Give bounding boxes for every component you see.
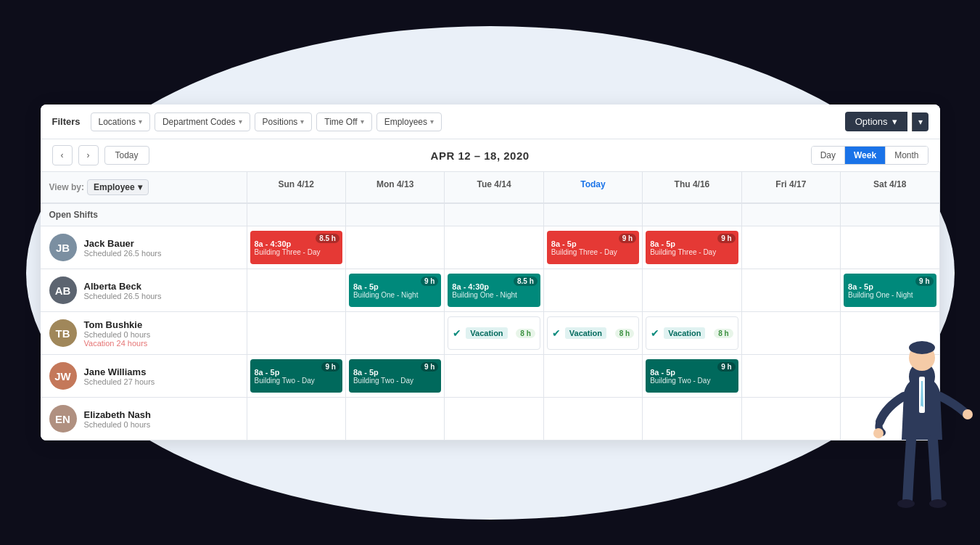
shift-cell-0-4[interactable]: 8a - 5pBuilding Three - Day9 h: [643, 226, 741, 269]
vacation-block[interactable]: ✔Vacation8 h: [547, 316, 639, 350]
filter-department-codes[interactable]: Department Codes ▾: [155, 112, 250, 131]
shift-hours-badge: 9 h: [717, 234, 735, 243]
emp-info-3: JWJane WilliamsScheduled 27 hours: [41, 355, 247, 397]
vacation-block[interactable]: ✔Vacation8 h: [448, 316, 540, 350]
filter-time-off[interactable]: Time Off ▾: [316, 112, 371, 131]
shift-block[interactable]: 8a - 5pBuilding Two - Day9 h: [349, 359, 441, 393]
shift-cell-1-2[interactable]: 8a - 4:30pBuilding One - Night8.5 h: [445, 269, 543, 311]
filter-positions[interactable]: Positions ▾: [255, 112, 313, 131]
table-row: ENElizabeth NashScheduled 0 hours: [41, 398, 940, 440]
shift-cell-1-1[interactable]: 8a - 5pBuilding One - Night9 h: [346, 269, 445, 311]
svg-point-2: [909, 341, 935, 354]
chevron-down-icon: ▾: [892, 116, 897, 127]
svg-point-8: [873, 428, 884, 438]
shift-cell-0-6[interactable]: [841, 226, 939, 269]
shift-cell-0-0[interactable]: 8a - 4:30pBuilding Three - Day8.5 h: [247, 226, 346, 269]
shift-cell-3-4[interactable]: 8a - 5pBuilding Two - Day9 h: [643, 355, 741, 397]
shift-cell-4-5[interactable]: [742, 398, 841, 440]
shift-block[interactable]: 8a - 5pBuilding One - Night9 h: [844, 274, 936, 307]
svg-point-5: [963, 409, 973, 419]
shift-cell-0-1[interactable]: [346, 226, 445, 269]
shift-cell-4-2[interactable]: [445, 398, 543, 440]
shift-cell-3-2[interactable]: [445, 355, 543, 397]
shift-cell-4-3[interactable]: [544, 398, 643, 440]
col-sun: Sun 4/12: [247, 172, 346, 202]
open-shifts-thu: [643, 204, 741, 226]
options-button[interactable]: Options ▾: [845, 112, 907, 131]
shift-block[interactable]: 8a - 5pBuilding Three - Day9 h: [547, 231, 639, 264]
shift-cell-2-2[interactable]: ✔Vacation8 h: [445, 312, 543, 354]
view-toggle: Day Week Month: [811, 146, 928, 165]
next-button[interactable]: ›: [78, 145, 99, 165]
shift-location: Building Two - Day: [255, 377, 338, 385]
shift-cell-3-0[interactable]: 8a - 5pBuilding Two - Day9 h: [247, 355, 346, 397]
table-row: JWJane WilliamsScheduled 27 hours8a - 5p…: [41, 355, 940, 398]
shift-block[interactable]: 8a - 4:30pBuilding One - Night8.5 h: [448, 274, 540, 307]
vacation-block[interactable]: ✔Vacation8 h: [646, 316, 738, 350]
shift-block[interactable]: 8a - 4:30pBuilding Three - Day8.5 h: [250, 231, 342, 264]
view-by-dropdown[interactable]: Employee ▾: [87, 179, 149, 195]
shift-block[interactable]: 8a - 5pBuilding Two - Day9 h: [250, 359, 342, 393]
vacation-hours-badge: 8 h: [516, 329, 535, 338]
emp-info-1: ABAlberta BeckScheduled 26.5 hours: [41, 269, 247, 311]
shift-block[interactable]: 8a - 5pBuilding Three - Day9 h: [646, 231, 738, 264]
shift-cell-4-4[interactable]: [643, 398, 741, 440]
nav-bar: ‹ › Today APR 12 – 18, 2020 Day Week Mon…: [41, 139, 940, 172]
shift-location: Building Two - Day: [353, 377, 437, 385]
shift-location: Building One - Night: [848, 291, 931, 299]
date-range: APR 12 – 18, 2020: [155, 149, 805, 162]
shift-cell-0-5[interactable]: [742, 226, 841, 269]
shift-cell-2-4[interactable]: ✔Vacation8 h: [643, 312, 741, 354]
shift-location: Building Two - Day: [650, 377, 733, 385]
shift-cell-0-2[interactable]: [445, 226, 543, 269]
today-button[interactable]: Today: [104, 146, 149, 165]
prev-button[interactable]: ‹: [52, 145, 73, 165]
shift-cell-1-4[interactable]: [643, 269, 741, 311]
table-row: JBJack BauerScheduled 26.5 hours8a - 4:3…: [41, 226, 940, 269]
person-illustration: [864, 327, 980, 545]
options-split-button[interactable]: ▾: [912, 112, 928, 131]
shift-cell-0-3[interactable]: 8a - 5pBuilding Three - Day9 h: [544, 226, 643, 269]
shift-hours-badge: 9 h: [321, 362, 339, 372]
day-view-button[interactable]: Day: [812, 147, 845, 164]
vacation-hours-badge: 8 h: [615, 329, 634, 338]
shift-cell-3-1[interactable]: 8a - 5pBuilding Two - Day9 h: [346, 355, 445, 397]
shift-cell-4-0[interactable]: [247, 398, 346, 440]
filter-locations[interactable]: Locations ▾: [91, 112, 150, 131]
shift-cell-2-5[interactable]: [742, 312, 841, 354]
emp-info-2: TBTom BushkieScheduled 0 hoursVacation 2…: [41, 312, 247, 354]
shift-cell-1-3[interactable]: [544, 269, 643, 311]
shift-hours-badge: 8.5 h: [514, 276, 538, 286]
month-view-button[interactable]: Month: [886, 147, 927, 164]
employee-scheduled: Scheduled 0 hours: [84, 420, 151, 429]
shift-hours-badge: 9 h: [421, 276, 438, 286]
shift-cell-1-6[interactable]: 8a - 5pBuilding One - Night9 h: [841, 269, 939, 311]
shift-cell-2-0[interactable]: [247, 312, 346, 354]
shift-cell-2-1[interactable]: [346, 312, 445, 354]
shift-cell-4-1[interactable]: [346, 398, 445, 440]
employee-name: Elizabeth Nash: [84, 409, 151, 420]
avatar: EN: [49, 405, 77, 433]
employee-name: Jane Williams: [84, 366, 155, 377]
shift-cell-3-5[interactable]: [742, 355, 841, 397]
shift-cell-1-0[interactable]: [247, 269, 346, 311]
week-view-button[interactable]: Week: [845, 147, 886, 164]
filter-employees[interactable]: Employees ▾: [376, 112, 442, 131]
shift-block[interactable]: 8a - 5pBuilding One - Night9 h: [349, 274, 441, 307]
check-circle-icon: ✔: [552, 327, 561, 339]
employee-scheduled: Scheduled 26.5 hours: [84, 292, 162, 300]
open-shifts-sun: [247, 204, 346, 226]
avatar: JW: [49, 362, 77, 390]
shift-cell-3-3[interactable]: [544, 355, 643, 397]
shift-cell-2-3[interactable]: ✔Vacation8 h: [544, 312, 643, 354]
shift-block[interactable]: 8a - 5pBuilding Two - Day9 h: [646, 359, 738, 393]
avatar: TB: [49, 319, 77, 347]
shift-cell-1-5[interactable]: [742, 269, 841, 311]
emp-info-4: ENElizabeth NashScheduled 0 hours: [41, 398, 247, 440]
employee-name: Tom Bushkie: [84, 319, 151, 330]
shift-hours-badge: 9 h: [421, 362, 438, 372]
vacation-label: Vacation: [664, 327, 705, 339]
col-thu: Thu 4/16: [643, 172, 741, 202]
open-shifts-sat: [841, 204, 939, 226]
check-circle-icon: ✔: [651, 327, 659, 339]
